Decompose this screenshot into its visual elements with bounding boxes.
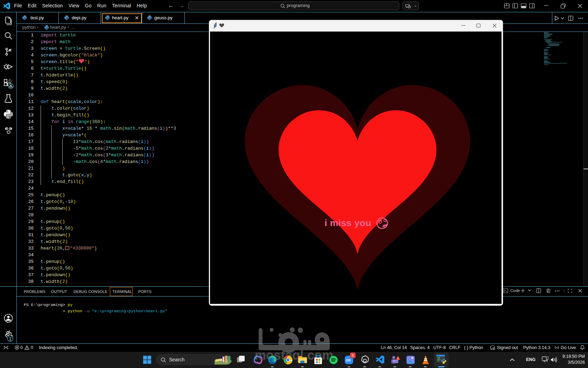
svg-text:i miss you: i miss you <box>324 218 371 228</box>
svg-text:T: T <box>393 360 395 363</box>
